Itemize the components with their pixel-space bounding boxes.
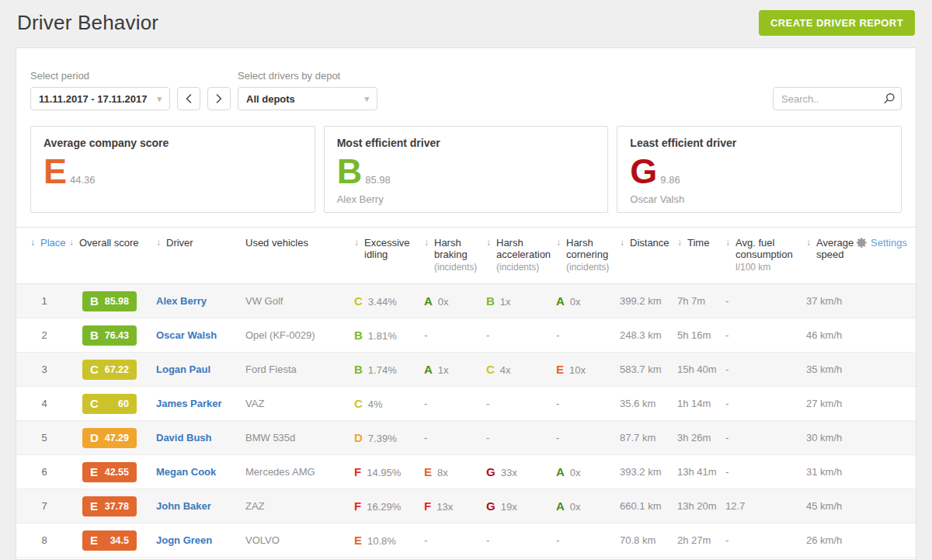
grade-score: 9.86: [660, 174, 680, 186]
grade-letter: D: [354, 431, 363, 444]
column-header-avg-fuel-consumption[interactable]: ↓Avg. fuel consumptionl/100 km: [725, 237, 806, 273]
vehicle-cell: ZAZ: [245, 500, 354, 512]
driver-link[interactable]: Megan Cook: [156, 466, 216, 478]
place-cell: 7: [30, 500, 69, 512]
column-header-used-vehicles: Used vehicles: [245, 237, 354, 273]
grade-score: 85.98: [365, 174, 391, 186]
page-title: Driver Behavior: [17, 11, 158, 35]
grade-value: 7.39%: [368, 433, 397, 444]
driver-cell: Logan Paul: [156, 363, 245, 375]
grade-value: 13x: [436, 501, 453, 513]
grade-letter: B: [337, 157, 363, 186]
chevron-left-icon: [186, 94, 192, 103]
grade-letter: B: [354, 329, 363, 342]
driver-link[interactable]: Oscar Walsh: [156, 329, 217, 341]
fuel-cell: -: [725, 466, 806, 478]
overall-score-cell: C60: [69, 394, 156, 414]
driver-link[interactable]: Logan Paul: [156, 363, 210, 375]
speed-cell: 46 km/h: [806, 329, 856, 341]
driver-link[interactable]: Jogn Green: [156, 534, 212, 546]
table-row: 6E42.55Megan CookMercedes AMGF14.95%E8xG…: [16, 455, 916, 489]
search-icon[interactable]: [883, 92, 895, 105]
grade-letter: A: [556, 499, 565, 513]
driver-cell: Oscar Walsh: [156, 329, 245, 341]
column-header-time[interactable]: ↓Time: [677, 237, 725, 273]
braking-cell: -: [424, 398, 486, 409]
driver-link[interactable]: Alex Berry: [156, 295, 207, 307]
column-label: Used vehicles: [245, 237, 308, 249]
least-efficient-driver-card: Least efficient driver G 9.86 Oscar Vals…: [617, 126, 902, 213]
table-row: 5D47.29David BushBMW 535dD7.39%---87.7 k…: [16, 421, 916, 455]
cornering-cell: -: [556, 329, 620, 341]
braking-cell: E8x: [424, 465, 486, 478]
time-cell: 2h 27m: [677, 534, 725, 546]
card-driver-name: [43, 193, 302, 205]
sort-arrow-icon: ↓: [806, 237, 811, 248]
next-period-button[interactable]: [207, 87, 231, 110]
column-header-distance[interactable]: ↓Distance: [620, 237, 677, 273]
sort-arrow-icon: ↓: [30, 237, 35, 248]
create-driver-report-button[interactable]: CREATE DRIVER REPORT: [759, 10, 915, 36]
fuel-cell: -: [725, 363, 806, 375]
idling-cell: E10.8%: [354, 534, 424, 547]
braking-cell: -: [424, 329, 486, 341]
time-cell: 13h 20m: [677, 500, 725, 512]
overall-score-cell: C67.22: [69, 360, 156, 380]
column-header-harsh-acceleration[interactable]: ↓Harsh acceleration(incidents): [486, 237, 556, 273]
column-header-average-speed[interactable]: ↓Average speed: [806, 237, 856, 273]
column-header-harsh-cornering[interactable]: ↓Harsh cornering(incidents): [556, 237, 620, 273]
chevron-right-icon: [216, 94, 222, 103]
overall-score-cell: E37.78: [69, 496, 156, 517]
grade-value: 8x: [437, 467, 448, 478]
idling-cell: D7.39%: [354, 431, 424, 444]
previous-period-button[interactable]: [177, 87, 200, 110]
cornering-cell: -: [556, 534, 620, 546]
column-header-excessive-idling[interactable]: ↓Excessive idling: [354, 237, 424, 273]
fuel-cell: -: [725, 534, 806, 546]
fuel-cell: -: [725, 329, 806, 341]
grade-value: 19x: [501, 501, 517, 513]
braking-cell: -: [424, 432, 486, 443]
acceleration-cell: C4x: [486, 363, 556, 376]
driver-link[interactable]: John Baker: [156, 500, 211, 512]
overall-score-cell: D47.29: [69, 428, 156, 448]
table-row: 8E34.5Jogn GreenVOLVOE10.8%---70.8 km2h …: [16, 523, 916, 558]
column-header-place[interactable]: ↓Place: [30, 237, 69, 273]
depot-select[interactable]: All depots ▾: [238, 87, 377, 110]
grade-value: 0x: [438, 296, 449, 308]
column-label: Driver: [166, 237, 193, 249]
sort-arrow-icon: ↓: [677, 237, 682, 248]
column-header-harsh-braking[interactable]: ↓Harsh braking(incidents): [424, 237, 486, 273]
driver-link[interactable]: James Parker: [156, 398, 222, 409]
grade-letter: A: [556, 294, 565, 308]
time-cell: 1h 14m: [677, 398, 725, 409]
vehicle-cell: VAZ: [245, 398, 354, 409]
period-select[interactable]: 11.11.2017 - 17.11.2017 ▾: [30, 87, 170, 110]
vehicle-cell: Opel (KF-0029): [245, 329, 354, 341]
driver-cell: Alex Berry: [156, 295, 245, 307]
fuel-cell: -: [725, 432, 806, 443]
settings-button[interactable]: Settings: [856, 237, 907, 249]
braking-cell: F13x: [424, 499, 486, 513]
driver-link[interactable]: David Bush: [156, 432, 212, 443]
cornering-cell: A0x: [556, 499, 620, 513]
distance-cell: 70.8 km: [620, 534, 677, 546]
fuel-cell: -: [725, 398, 806, 409]
cornering-cell: A0x: [556, 294, 620, 308]
cornering-cell: -: [556, 398, 620, 409]
grade-letter: E: [43, 157, 67, 186]
period-group: Select period 11.11.2017 - 17.11.2017 ▾: [30, 70, 231, 110]
grade-value: 1.74%: [368, 364, 397, 376]
column-header-driver[interactable]: ↓Driver: [156, 237, 245, 273]
grade-letter: E: [354, 534, 362, 547]
column-header-overall-score[interactable]: ↓Overall score: [69, 237, 156, 273]
table-row: 2B76.43Oscar WalshOpel (KF-0029)B1.81%--…: [16, 318, 916, 353]
column-sublabel: (incidents): [496, 262, 556, 273]
sort-arrow-icon: ↓: [354, 237, 359, 248]
filters-bar: Select period 11.11.2017 - 17.11.2017 ▾ …: [16, 48, 916, 110]
top-bar: Driver Behavior CREATE DRIVER REPORT: [0, 0, 932, 47]
idling-cell: B1.74%: [354, 363, 424, 376]
driver-cell: John Baker: [156, 500, 245, 512]
speed-cell: 35 km/h: [806, 363, 856, 375]
card-driver-name: Oscar Valsh: [630, 193, 889, 205]
